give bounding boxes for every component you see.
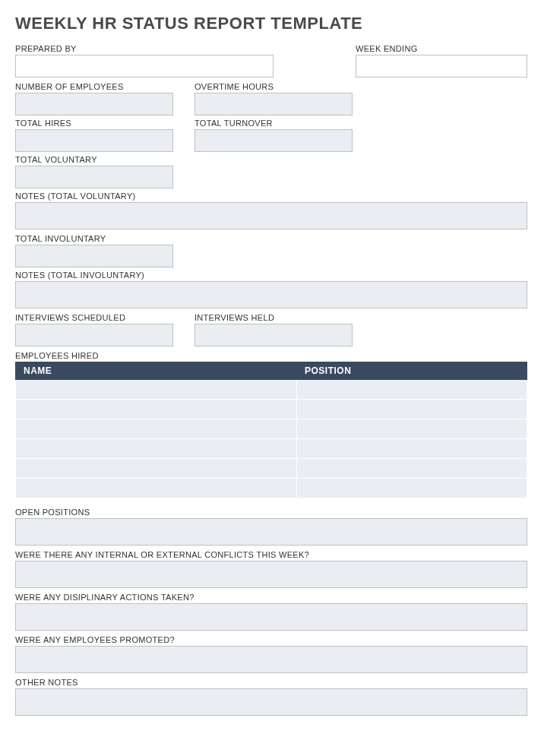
total-voluntary-input[interactable] bbox=[15, 166, 173, 188]
total-turnover-label: TOTAL TURNOVER bbox=[195, 119, 353, 128]
open-positions-label: OPEN POSITIONS bbox=[15, 508, 529, 517]
interviews-scheduled-label: INTERVIEWS SCHEDULED bbox=[15, 313, 173, 322]
interviews-held-label: INTERVIEWS HELD bbox=[195, 313, 353, 322]
total-hires-label: TOTAL HIRES bbox=[15, 119, 173, 128]
cell-name[interactable] bbox=[16, 380, 297, 400]
table-row bbox=[16, 419, 527, 439]
disciplinary-label: WERE ANY DISIPLINARY ACTIONS TAKEN? bbox=[15, 593, 529, 602]
conflicts-input[interactable] bbox=[15, 561, 527, 588]
total-involuntary-input[interactable] bbox=[15, 245, 173, 267]
cell-name[interactable] bbox=[16, 419, 297, 439]
other-notes-label: OTHER NOTES bbox=[15, 678, 529, 687]
cell-position[interactable] bbox=[297, 380, 527, 400]
employees-hired-table: NAME POSITION bbox=[15, 362, 527, 498]
cell-name[interactable] bbox=[16, 479, 297, 498]
open-positions-input[interactable] bbox=[15, 518, 527, 546]
cell-position[interactable] bbox=[297, 400, 527, 419]
notes-voluntary-input[interactable] bbox=[15, 202, 527, 229]
table-row bbox=[16, 380, 527, 400]
table-row bbox=[16, 459, 527, 479]
prepared-by-label: PREPARED BY bbox=[15, 44, 274, 53]
other-notes-input[interactable] bbox=[15, 688, 527, 716]
interviews-scheduled-input[interactable] bbox=[15, 324, 173, 346]
overtime-hours-input[interactable] bbox=[195, 93, 353, 115]
page-title: WEEKLY HR STATUS REPORT TEMPLATE bbox=[15, 14, 529, 33]
week-ending-label: WEEK ENDING bbox=[356, 44, 527, 53]
week-ending-input[interactable] bbox=[356, 55, 527, 77]
promoted-label: WERE ANY EMPLOYEES PROMOTED? bbox=[15, 635, 529, 644]
total-hires-input[interactable] bbox=[15, 129, 173, 152]
table-header-position: POSITION bbox=[297, 362, 527, 380]
cell-name[interactable] bbox=[16, 459, 297, 479]
cell-position[interactable] bbox=[297, 419, 527, 439]
table-row bbox=[16, 479, 527, 498]
notes-involuntary-input[interactable] bbox=[15, 281, 527, 308]
promoted-input[interactable] bbox=[15, 646, 527, 673]
total-voluntary-label: TOTAL VOLUNTARY bbox=[15, 155, 173, 164]
table-row bbox=[16, 400, 527, 419]
cell-position[interactable] bbox=[297, 459, 527, 479]
disciplinary-input[interactable] bbox=[15, 603, 527, 631]
table-header-name: NAME bbox=[16, 362, 297, 380]
conflicts-label: WERE THERE ANY INTERNAL OR EXTERNAL CONF… bbox=[15, 550, 529, 559]
num-employees-label: NUMBER OF EMPLOYEES bbox=[15, 82, 173, 91]
table-row bbox=[16, 439, 527, 459]
prepared-by-input[interactable] bbox=[15, 55, 274, 77]
cell-position[interactable] bbox=[297, 479, 527, 498]
employees-hired-label: EMPLOYEES HIRED bbox=[15, 351, 529, 360]
total-turnover-input[interactable] bbox=[195, 129, 353, 152]
cell-name[interactable] bbox=[16, 439, 297, 459]
total-involuntary-label: TOTAL INVOLUNTARY bbox=[15, 234, 173, 243]
notes-involuntary-label: NOTES (TOTAL INVOLUNTARY) bbox=[15, 270, 529, 280]
num-employees-input[interactable] bbox=[15, 93, 173, 115]
overtime-hours-label: OVERTIME HOURS bbox=[195, 82, 353, 91]
notes-voluntary-label: NOTES (TOTAL VOLUNTARY) bbox=[15, 191, 529, 201]
cell-name[interactable] bbox=[16, 400, 297, 419]
cell-position[interactable] bbox=[297, 439, 527, 459]
interviews-held-input[interactable] bbox=[195, 324, 353, 346]
